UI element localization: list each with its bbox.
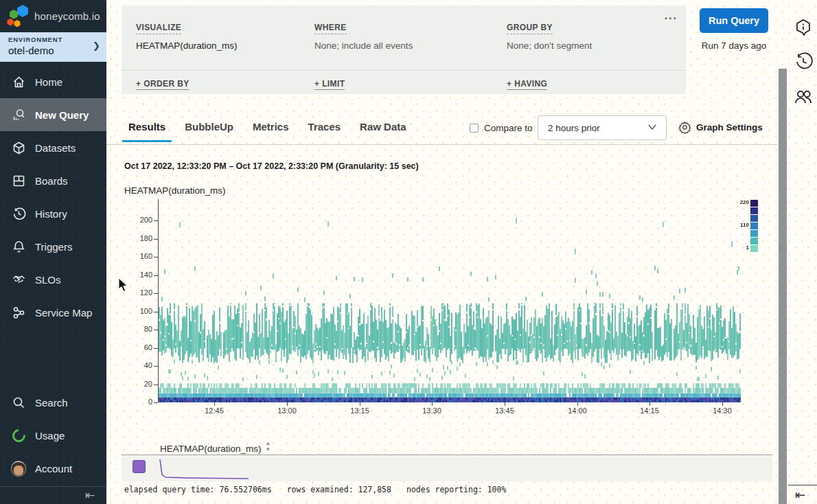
home-icon [11,74,26,89]
chevron-right-icon: ❯ [93,41,100,51]
legend-color-swatch [750,215,758,222]
y-tick-mark [154,312,158,312]
sidebar-item-service-map[interactable]: Service Map [0,296,106,329]
add-having-button[interactable]: + HAVING [507,79,547,90]
x-tick-mark [649,402,650,406]
status-item: elapsed query time: 76.552706ms [124,485,272,494]
sidebar-nav-bottom: SearchUsageAccount [0,386,106,485]
heatmap-canvas[interactable] [159,199,741,402]
sidebar-divider [0,486,106,487]
duration-sparkline-icon [159,458,255,480]
compare-to-checkbox[interactable] [470,124,479,133]
sidebar-item-label: New Query [35,109,89,121]
compare-period-value: 2 hours prior [548,123,600,133]
sidebar-item-label: Boards [35,175,68,187]
query-history-button[interactable] [794,52,813,71]
sidebar: honeycomb.io ENVIRONMENT otel-demo ❯ Hom… [0,0,106,504]
sidebar-item-history[interactable]: History [0,197,106,230]
group-by-label[interactable]: GROUP BY [507,23,553,34]
x-tick-mark [505,402,505,406]
x-tick-label: 14:15 [634,406,665,415]
run-query-button[interactable]: Run Query [700,8,768,33]
new-query-icon [11,107,26,122]
tab-raw-data[interactable]: Raw Data [360,121,406,142]
group-by-value[interactable]: None; don't segment [507,41,592,51]
environment-label: ENVIRONMENT [8,36,98,43]
tab-traces[interactable]: Traces [308,121,341,142]
sidebar-item-slos[interactable]: SLOs [0,263,106,296]
y-tick-label: 40 [125,361,152,369]
where-clause[interactable]: WHERE None; include all events [314,21,413,51]
add-limit-button[interactable]: + LIMIT [314,79,345,90]
slos-handshake-icon [11,272,26,287]
tab-bubbleup[interactable]: BubbleUp [185,121,233,142]
sidebar-item-label: SLOs [35,274,61,286]
sidebar-item-usage[interactable]: Usage [0,419,106,452]
sidebar-item-label: Search [35,397,68,409]
where-value[interactable]: None; include all events [314,41,413,51]
tab-metrics[interactable]: Metrics [253,121,289,142]
avatar [11,461,26,477]
team-activity-button[interactable] [794,87,813,106]
y-tick-mark [154,330,158,330]
environment-switcher[interactable]: ENVIRONMENT otel-demo ❯ [0,32,106,62]
sidebar-item-new-query[interactable]: New Query [0,98,106,131]
x-tick-label: 13:30 [417,406,447,415]
y-tick-mark [154,385,158,385]
y-tick-label: 140 [125,271,152,279]
query-time-range: Oct 17 2022, 12:33:20 PM – Oct 17 2022, … [124,161,419,171]
sidebar-collapse-icon[interactable]: ⇤ [85,488,95,503]
summary-divider [122,455,772,455]
legend-label: 1 [746,244,749,251]
sidebar-item-label: Account [35,463,72,474]
y-tick-label: 160 [125,252,152,260]
legend-label: 110 [740,222,749,228]
y-tick-label: 60 [125,343,152,352]
query-more-options-button[interactable]: ... [665,12,678,19]
history-clock-icon [794,52,813,71]
add-order-by-button[interactable]: + ORDER BY [136,79,189,90]
sidebar-item-account[interactable]: Account [0,452,106,485]
sort-arrows-icon[interactable]: ▲▼ [266,440,271,453]
results-tabs: ResultsBubbleUpMetricsTracesRaw Data [128,121,406,142]
summary-column-header[interactable]: HEATMAP(duration_ms)▲▼ [160,440,271,454]
visualize-value[interactable]: HEATMAP(duration_ms) [136,41,238,51]
vertical-scrollbar[interactable] [779,69,787,504]
summary-row[interactable] [122,456,772,481]
query-builder-panel: VISUALIZE HEATMAP(duration_ms) WHERE Non… [122,5,686,94]
x-tick-mark [722,402,723,406]
group-by-clause[interactable]: GROUP BY None; don't segment [507,21,592,51]
x-tick-mark [577,402,578,406]
graph-settings-button[interactable]: Graph Settings [678,121,763,134]
sidebar-item-boards[interactable]: Boards [0,164,106,197]
where-label[interactable]: WHERE [314,23,347,34]
x-tick-label: 14:30 [707,406,737,415]
tabs-divider [106,144,778,145]
compare-period-dropdown[interactable]: 2 hours prior [538,115,667,140]
right-rail-collapse-icon[interactable]: ⇤ [795,488,805,503]
sidebar-item-search[interactable]: Search [0,386,106,419]
sidebar-item-triggers[interactable]: Triggers [0,230,106,263]
sidebar-item-label: Usage [35,430,65,442]
visualize-clause[interactable]: VISUALIZE HEATMAP(duration_ms) [136,21,238,51]
sidebar-item-label: Service Map [35,307,92,319]
x-tick-label: 13:15 [345,406,375,415]
honeycomb-logo[interactable]: honeycomb.io [0,0,106,32]
people-icon [794,87,813,106]
heatmap-color-legend: 2201101 [750,200,758,253]
query-info-button[interactable] [794,18,813,37]
sidebar-item-home[interactable]: Home [0,65,106,98]
info-hexagon-icon [794,18,813,37]
series-color-swatch[interactable] [133,460,146,473]
tab-results[interactable]: Results [128,121,165,142]
history-icon [11,206,26,221]
heatmap-plot-area[interactable] [158,199,740,402]
legend-color-swatch [750,222,758,229]
compare-to-control: Compare to [470,123,533,133]
visualize-label[interactable]: VISUALIZE [136,23,181,34]
query-status-bar: elapsed query time: 76.552706msrows exam… [124,485,506,494]
y-tick-label: 20 [125,380,152,388]
x-tick-mark [214,402,215,406]
graph-settings-label: Graph Settings [696,122,763,133]
sidebar-item-datasets[interactable]: Datasets [0,131,106,164]
